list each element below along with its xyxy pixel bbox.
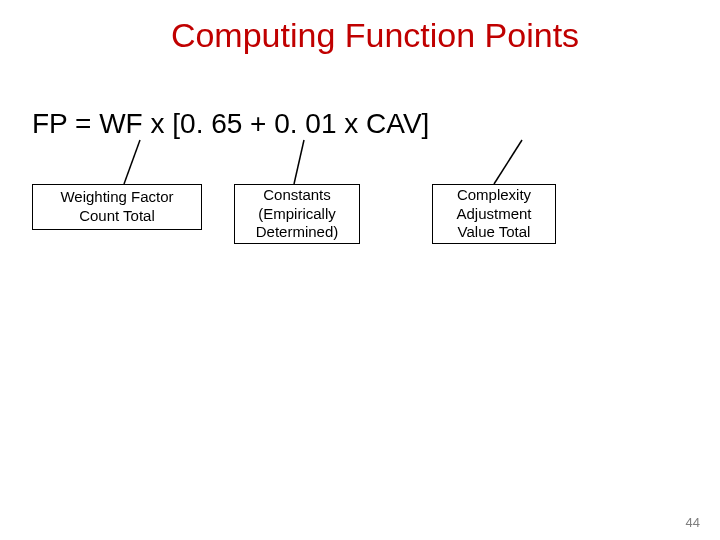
formula-text: FP = WF x [0. 65 + 0. 01 x CAV] — [32, 108, 429, 140]
page-number: 44 — [686, 515, 700, 530]
svg-line-1 — [294, 140, 304, 184]
svg-line-0 — [124, 140, 140, 184]
label-box-constants: Constants (Empirically Determined) — [234, 184, 360, 244]
connector-line-cav — [492, 140, 524, 184]
label-box-complexity-adjustment: Complexity Adjustment Value Total — [432, 184, 556, 244]
label-box-weighting-factor: Weighting Factor Count Total — [32, 184, 202, 230]
connector-line-wf — [122, 140, 142, 184]
connector-line-constants — [292, 140, 306, 184]
slide-title: Computing Function Points — [0, 16, 720, 55]
svg-line-2 — [494, 140, 522, 184]
